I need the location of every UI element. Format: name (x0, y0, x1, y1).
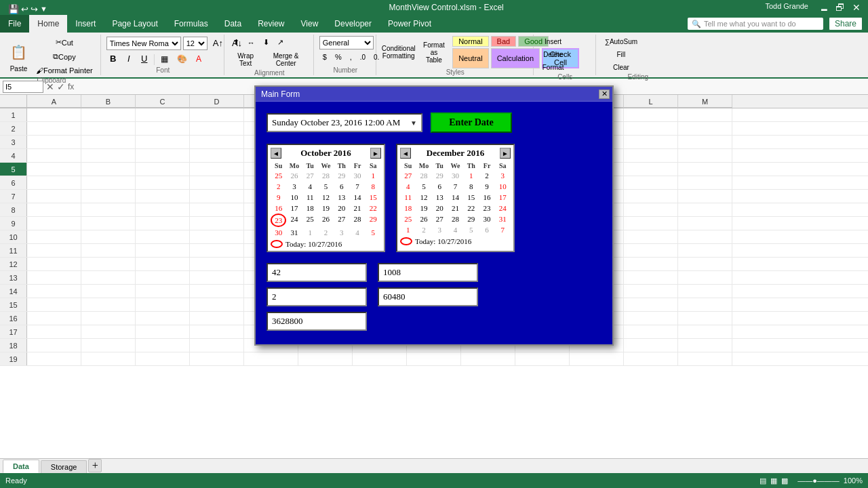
field-42[interactable] (267, 263, 367, 282)
tab-developer[interactable]: Developer (326, 15, 380, 33)
align-middle-button[interactable]: ↔ (244, 36, 258, 49)
font-color-button[interactable]: A (193, 52, 205, 66)
cal-day[interactable]: 3 (286, 181, 302, 192)
cal-day[interactable]: 27 (302, 170, 318, 181)
row-9[interactable]: 9 (0, 217, 27, 230)
cal-day[interactable]: 12 (318, 192, 334, 203)
save-icon[interactable]: 💾 (8, 4, 19, 14)
cal-day[interactable]: 5 (366, 227, 381, 238)
row-11[interactable]: 11 (0, 244, 27, 257)
normal-view-icon[interactable]: ▤ (760, 476, 766, 485)
cal-day[interactable]: 26 (286, 170, 302, 181)
cal-day[interactable]: 29 (432, 170, 448, 181)
row-1[interactable]: 1 (0, 108, 27, 121)
tab-formulas[interactable]: Formulas (166, 15, 216, 33)
cal-day[interactable]: 28 (349, 214, 365, 227)
cal-day[interactable]: 18 (400, 203, 416, 214)
cal-day[interactable]: 19 (318, 203, 334, 214)
col-C[interactable]: C (136, 95, 190, 108)
merge-center-button[interactable]: Merge & Center (263, 50, 309, 69)
cal-day[interactable]: 10 (495, 181, 511, 192)
page-break-icon[interactable]: ▩ (781, 476, 788, 485)
page-layout-icon[interactable]: ▦ (770, 476, 777, 485)
delete-button[interactable]: Delete (540, 49, 566, 60)
minimize-button[interactable]: 🗕 (818, 2, 830, 13)
cut-button[interactable]: ✂ Cut (33, 36, 96, 49)
cal-day[interactable]: 20 (334, 203, 349, 214)
enter-date-button[interactable]: Enter Date (431, 113, 512, 133)
cal-day[interactable]: 4 (400, 181, 416, 192)
cal-day[interactable]: 4 (448, 224, 463, 235)
row-16[interactable]: 16 (0, 312, 27, 325)
cal-day[interactable]: 29 (334, 170, 349, 181)
customize-icon[interactable]: ▼ (40, 5, 47, 13)
cal-day[interactable]: 21 (448, 203, 463, 214)
autosum-button[interactable]: ∑ AutoSum (601, 36, 641, 47)
dialog-close-button[interactable]: ✕ (599, 89, 610, 99)
align-top-button[interactable]: ⬆ (230, 36, 243, 49)
field-60480[interactable] (378, 287, 478, 306)
cal-day[interactable]: 30 (448, 170, 463, 181)
wrap-text-button[interactable]: Wrap Text (230, 50, 262, 69)
row-17[interactable]: 17 (0, 325, 27, 338)
cal-day[interactable]: 1 (366, 170, 381, 181)
format-painter-button[interactable]: 🖌 Format Painter (33, 64, 96, 77)
cal-day[interactable]: 14 (448, 192, 463, 203)
cal-day[interactable]: 3 (334, 227, 349, 238)
cal-day[interactable]: 27 (334, 214, 349, 227)
cal-day[interactable]: 28 (448, 214, 463, 224)
cal-day[interactable]: 11 (302, 192, 318, 203)
cal-day[interactable]: 30 (479, 214, 494, 224)
cal-day[interactable]: 8 (366, 181, 381, 192)
cal-day[interactable]: 2 (318, 227, 334, 238)
number-format-select[interactable]: General (319, 36, 374, 49)
row-2[interactable]: 2 (0, 122, 27, 135)
clear-button[interactable]: Clear (610, 62, 633, 73)
row-3[interactable]: 3 (0, 136, 27, 148)
cal-day[interactable]: 2 (479, 170, 494, 181)
formula-bar-confirm[interactable]: ✓ (57, 81, 65, 92)
cal-day[interactable]: 16 (479, 192, 494, 203)
tab-data[interactable]: Data (216, 15, 250, 33)
cal-day[interactable]: 1 (463, 170, 479, 181)
font-size-select[interactable]: 12 (183, 37, 208, 50)
copy-button[interactable]: ⧉ Copy (33, 50, 96, 63)
col-D[interactable]: D (190, 95, 244, 108)
main-form-dialog[interactable]: Main Form ✕ Sunday October 23, 2016 12:0… (254, 85, 614, 346)
percent-button[interactable]: % (332, 51, 345, 63)
row-6[interactable]: 6 (0, 176, 27, 189)
row-19[interactable]: 19 (0, 352, 27, 365)
cal-day[interactable]: 30 (271, 227, 286, 238)
format-as-table-button[interactable]: Format as Table (418, 37, 450, 67)
cal-day[interactable]: 17 (495, 192, 511, 203)
cal-day[interactable]: 24 (286, 214, 302, 227)
col-B[interactable]: B (81, 95, 136, 108)
cal-day[interactable]: 7 (495, 224, 511, 235)
cal-october-next-button[interactable]: ► (370, 148, 381, 159)
insert-button[interactable]: Insert (541, 36, 565, 47)
border-button[interactable]: ▦ (157, 52, 172, 66)
format-button[interactable]: Format (539, 62, 568, 73)
style-calculation-button[interactable]: Calculation (491, 48, 540, 68)
cal-day[interactable]: 22 (366, 203, 381, 214)
italic-button[interactable]: I (122, 52, 136, 66)
cal-day[interactable]: 18 (302, 203, 318, 214)
formula-bar-insert-function[interactable]: fx (68, 82, 74, 92)
close-button[interactable]: ✕ (850, 2, 863, 13)
cal-day[interactable]: 8 (463, 181, 479, 192)
tab-page-layout[interactable]: Page Layout (104, 15, 165, 33)
style-neutral-button[interactable]: Neutral (452, 48, 488, 68)
redo-icon[interactable]: ↪ (31, 4, 38, 14)
tab-power-pivot[interactable]: Power Pivot (380, 15, 439, 33)
cal-day[interactable]: 6 (432, 181, 448, 192)
row-14[interactable]: 14 (0, 285, 27, 298)
cal-day[interactable]: 25 (400, 214, 416, 224)
col-A[interactable]: A (27, 95, 81, 108)
cal-day[interactable]: 15 (463, 192, 479, 203)
row-18[interactable]: 18 (0, 339, 27, 352)
cal-day[interactable]: 7 (448, 181, 463, 192)
cal-day[interactable]: 21 (349, 203, 365, 214)
cal-day[interactable]: 25 (271, 170, 286, 181)
cal-day[interactable]: 2 (271, 181, 286, 192)
paste-button[interactable]: 📋 (7, 40, 31, 64)
